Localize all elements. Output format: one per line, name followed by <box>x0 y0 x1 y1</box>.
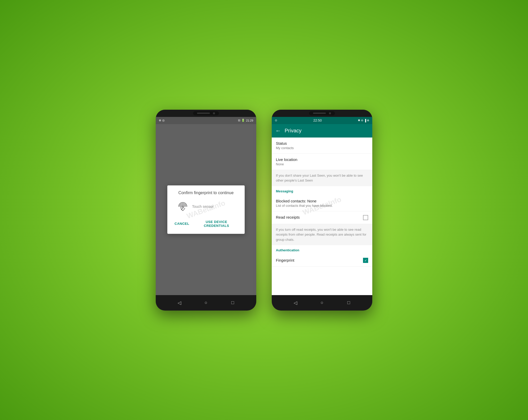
phone2-time: 22:50 <box>313 118 322 122</box>
use-device-credentials-button[interactable]: USE DEVICE CREDENTIALS <box>194 219 238 229</box>
status-value: My contacts <box>276 146 368 150</box>
phone-2: ⊙ 22:50 ✱ ⊖ ▐ ⊕ ← Privacy WABetaInfo Sta… <box>272 110 372 311</box>
battery-icon: ⊕ <box>367 119 369 122</box>
speaker <box>197 113 210 114</box>
phone2-front-camera <box>329 112 331 114</box>
notification-icon: ⊟ <box>238 119 240 122</box>
dialog-buttons: CANCEL USE DEVICE CREDENTIALS <box>174 219 238 229</box>
phone-2-screen: ⊙ 22:50 ✱ ⊖ ▐ ⊕ ← Privacy WABetaInfo Sta… <box>272 117 372 295</box>
status-icons-right: ⊟ 🔋 21:29 <box>238 119 253 122</box>
phone2-notch <box>309 111 335 115</box>
fingerprint-checkbox[interactable]: ✓ <box>363 258 368 263</box>
read-receipts-label: Read receipts <box>276 215 300 219</box>
dialog-title: Confirm fingerprint to continue <box>174 191 238 195</box>
live-location-item[interactable]: Live location None <box>272 154 372 170</box>
recents-nav-button[interactable]: □ <box>229 300 236 306</box>
authentication-section-header: Authentication <box>272 245 372 254</box>
location-icon: ◎ <box>162 119 165 122</box>
live-location-value: None <box>276 162 368 166</box>
read-receipts-note: If you turn off read receipts, you won't… <box>272 224 372 245</box>
status-label: Status <box>276 141 368 145</box>
fingerprint-icon <box>177 200 189 213</box>
status-icons-left: ⊕ ◎ <box>159 119 165 122</box>
toolbar-title: Privacy <box>285 128 302 134</box>
dialog-fingerprint-row: Touch sensor <box>174 200 238 213</box>
phone2-status-icons-right: ✱ ⊖ ▐ ⊕ <box>358 119 369 122</box>
signal-icon: ▐ <box>364 119 366 122</box>
phone2-toolbar: ← Privacy <box>272 124 372 138</box>
battery-icon: 🔋 <box>241 119 245 122</box>
last-seen-note: If you don't share your Last Seen, you w… <box>272 170 372 186</box>
blocked-contacts-item[interactable]: Blocked contacts: None List of contacts … <box>272 195 372 211</box>
phone1-nav-bar: ◁ ○ □ <box>156 295 256 311</box>
blocked-contacts-label: Blocked contacts: None <box>276 199 368 203</box>
messaging-section-header: Messaging <box>272 186 372 195</box>
phone-1: ⊕ ◎ ⊟ 🔋 21:29 WABetaInfo Confirm fingerp… <box>156 110 256 311</box>
checkmark-icon: ✓ <box>364 259 367 262</box>
read-receipts-row[interactable]: Read receipts <box>272 211 372 224</box>
fingerprint-label: Fingerprint <box>276 258 294 262</box>
fingerprint-row[interactable]: Fingerprint ✓ <box>272 254 372 267</box>
privacy-content: WABetaInfo Status My contacts Live locat… <box>272 138 372 295</box>
phone2-status-icon-left: ⊙ <box>275 119 277 122</box>
read-receipts-checkbox[interactable] <box>363 215 368 220</box>
phone-1-screen: ⊕ ◎ ⊟ 🔋 21:29 WABetaInfo Confirm fingerp… <box>156 117 256 295</box>
phone2-recents-nav-button[interactable]: □ <box>345 300 352 306</box>
front-camera <box>213 112 215 114</box>
bluetooth-icon: ✱ <box>358 119 360 122</box>
status-item[interactable]: Status My contacts <box>272 138 372 154</box>
back-nav-button[interactable]: ◁ <box>176 300 183 306</box>
cancel-button[interactable]: CANCEL <box>174 219 190 229</box>
touch-sensor-label: Touch sensor <box>192 204 213 209</box>
phone2-back-nav-button[interactable]: ◁ <box>292 300 299 306</box>
time-display: 21:29 <box>246 119 253 122</box>
phone2-home-nav-button[interactable]: ○ <box>319 300 325 306</box>
fingerprint-dialog: Confirm fingerprint to continue <box>167 185 245 234</box>
phone2-status-bar: ⊙ 22:50 ✱ ⊖ ▐ ⊕ <box>272 117 372 124</box>
home-nav-button[interactable]: ○ <box>203 300 209 306</box>
live-location-label: Live location <box>276 157 368 162</box>
phone2-nav-bar: ◁ ○ □ <box>272 295 372 311</box>
minus-circle-icon: ⊖ <box>361 119 363 122</box>
phone-notch <box>193 111 219 115</box>
whatsapp-icon: ⊕ <box>159 119 161 122</box>
svg-point-0 <box>182 206 183 207</box>
phone1-content: WABetaInfo Confirm fingerprint to contin… <box>156 124 256 295</box>
blocked-contacts-value: List of contacts that you have blocked. <box>276 204 368 208</box>
back-button[interactable]: ← <box>275 127 281 134</box>
phone2-speaker <box>313 113 326 114</box>
phone1-status-bar: ⊕ ◎ ⊟ 🔋 21:29 <box>156 117 256 124</box>
